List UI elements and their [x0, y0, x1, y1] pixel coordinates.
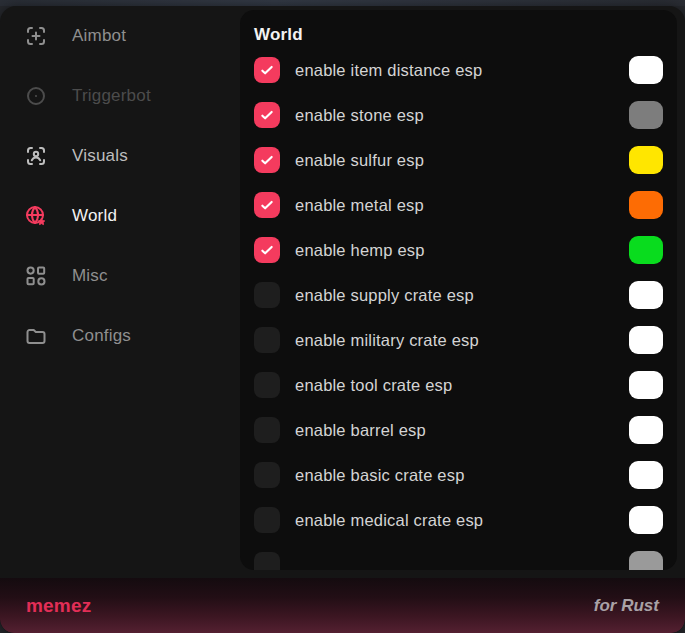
esp-row	[254, 552, 663, 570]
color-swatch[interactable]	[629, 56, 663, 84]
color-swatch[interactable]	[629, 506, 663, 534]
checkbox-checked[interactable]	[254, 192, 280, 218]
color-swatch[interactable]	[629, 281, 663, 309]
sidebar-item-label: Triggerbot	[72, 86, 151, 106]
color-swatch[interactable]	[629, 371, 663, 399]
esp-label: enable basic crate esp	[295, 466, 465, 485]
esp-row: enable supply crate esp	[254, 282, 663, 308]
esp-row-list: enable item distance espenable stone esp…	[254, 57, 663, 570]
esp-row: enable stone esp	[254, 102, 663, 128]
configs-icon	[24, 324, 48, 348]
sidebar-item-world[interactable]: World	[24, 204, 240, 228]
sidebar-item-label: Misc	[72, 266, 108, 286]
esp-label: enable sulfur esp	[295, 151, 424, 170]
cheat-menu-window: AimbotTriggerbotVisualsWorldMiscConfigs …	[0, 6, 685, 633]
checkbox-unchecked[interactable]	[254, 417, 280, 443]
esp-label: enable tool crate esp	[295, 376, 452, 395]
color-swatch[interactable]	[629, 191, 663, 219]
color-swatch[interactable]	[629, 326, 663, 354]
color-swatch[interactable]	[629, 236, 663, 264]
esp-row: enable barrel esp	[254, 417, 663, 443]
checkbox-checked[interactable]	[254, 237, 280, 263]
sidebar-item-label: Aimbot	[72, 26, 126, 46]
esp-label: enable metal esp	[295, 196, 424, 215]
esp-label: enable military crate esp	[295, 331, 479, 350]
color-swatch[interactable]	[629, 551, 663, 570]
esp-label: enable item distance esp	[295, 61, 482, 80]
color-swatch[interactable]	[629, 461, 663, 489]
esp-label: enable stone esp	[295, 106, 424, 125]
panel-title: World	[254, 23, 663, 47]
triggerbot-icon	[24, 84, 48, 108]
sidebar-item-misc[interactable]: Misc	[24, 264, 240, 288]
brand-suffix-label: for Rust	[594, 596, 659, 616]
aimbot-icon	[24, 24, 48, 48]
esp-label: enable medical crate esp	[295, 511, 483, 530]
esp-label: enable barrel esp	[295, 421, 426, 440]
esp-row: enable item distance esp	[254, 57, 663, 83]
checkbox-checked[interactable]	[254, 102, 280, 128]
footer-bar: memez for Rust	[0, 578, 685, 633]
checkbox-checked[interactable]	[254, 147, 280, 173]
sidebar-item-label: World	[72, 206, 117, 226]
sidebar-item-triggerbot[interactable]: Triggerbot	[24, 84, 240, 108]
esp-label: enable hemp esp	[295, 241, 425, 260]
esp-row: enable basic crate esp	[254, 462, 663, 488]
color-swatch[interactable]	[629, 146, 663, 174]
world-icon	[24, 204, 48, 228]
sidebar-item-aimbot[interactable]: Aimbot	[24, 24, 240, 48]
esp-label: enable supply crate esp	[295, 286, 474, 305]
sidebar-item-label: Visuals	[72, 146, 128, 166]
esp-row: enable sulfur esp	[254, 147, 663, 173]
misc-icon	[24, 264, 48, 288]
color-swatch[interactable]	[629, 101, 663, 129]
sidebar-item-configs[interactable]: Configs	[24, 324, 240, 348]
sidebar-item-label: Configs	[72, 326, 131, 346]
checkbox-unchecked[interactable]	[254, 372, 280, 398]
checkbox-unchecked[interactable]	[254, 552, 280, 570]
checkbox-unchecked[interactable]	[254, 507, 280, 533]
esp-row: enable medical crate esp	[254, 507, 663, 533]
checkbox-unchecked[interactable]	[254, 282, 280, 308]
esp-row: enable tool crate esp	[254, 372, 663, 398]
checkbox-unchecked[interactable]	[254, 327, 280, 353]
esp-row: enable hemp esp	[254, 237, 663, 263]
sidebar-nav: AimbotTriggerbotVisualsWorldMiscConfigs	[0, 6, 240, 578]
esp-row: enable metal esp	[254, 192, 663, 218]
brand-label: memez	[26, 595, 91, 617]
sidebar-item-visuals[interactable]: Visuals	[24, 144, 240, 168]
checkbox-unchecked[interactable]	[254, 462, 280, 488]
visuals-icon	[24, 144, 48, 168]
checkbox-checked[interactable]	[254, 57, 280, 83]
color-swatch[interactable]	[629, 416, 663, 444]
esp-row: enable military crate esp	[254, 327, 663, 353]
world-panel[interactable]: World enable item distance espenable sto…	[240, 10, 677, 570]
